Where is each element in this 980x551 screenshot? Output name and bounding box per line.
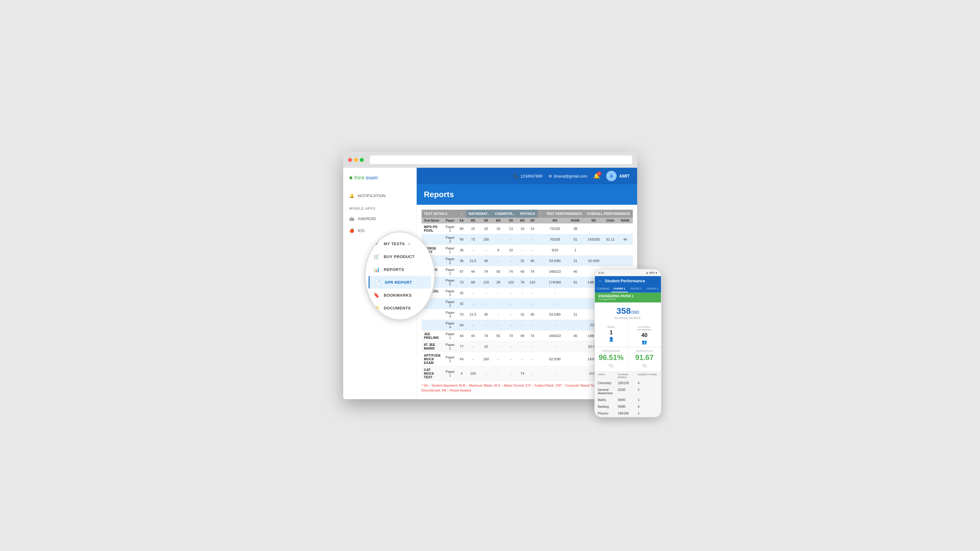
avatar: A [606,171,617,181]
op-ile-cell [603,224,618,234]
empty-cell [538,288,544,299]
zoom-item-buy-product[interactable]: 🛒 BUY PRODUCT [369,250,431,263]
table-row: MERGE TEST Paper 1 36 - - 9 10 - - 9/10 … [422,245,633,256]
sidebar-logo: think exam [343,168,416,187]
sidebar-item-notification[interactable]: 🔔 NOTIFICATION [343,190,416,202]
math-sr-cell: - [480,320,492,330]
phys-ms-cell: - [518,320,527,330]
logo-dot [349,176,352,179]
paper-cell: Paper 2 [443,256,457,266]
zoom-item-reports[interactable]: 📊 REPORTS [369,263,431,276]
tp-ms-cell: - [544,320,566,330]
tp-ms-cell: 53.5/80 [544,309,566,320]
notification-bell[interactable]: 🔔 0 [593,173,600,179]
subject-rank-cell: 2 [638,388,658,395]
empty-cell [538,330,544,341]
chem-sr-cell: - [504,288,517,299]
phone-mockup: 4:19 ▲ WiFi ● ← Student Performance COMB… [594,269,662,418]
topic-col-header: TOPIC [598,373,618,379]
phys-sr-cell: - [527,320,538,330]
page-title: Reports [424,190,630,199]
phys-ms-cell: - [518,352,527,367]
math-sr-cell: 100 [480,352,492,367]
reports-icon: 📊 [374,266,380,273]
op-ile-cell: 51.11 [603,234,618,245]
phys-ms-cell: 78 [518,277,527,288]
phone-stats-grid: RANK 1 👤 STUDENT APPEARED 40 👥 PERCENTAG… [595,323,661,372]
paper-cell: Paper 1 [443,266,457,277]
phone-tab-combine[interactable]: COMBINE [595,286,611,292]
math-sr-cell: 100 [480,234,492,245]
topic-cell: Maths [598,398,618,402]
sa-cell: 67 [457,266,466,277]
math-sr-cell: - [480,288,492,299]
topic-cell: Banking [598,405,618,408]
spr-report-icon: 📄 [374,279,381,286]
page-header: Reports [417,184,637,205]
phone-back-icon[interactable]: ← [598,279,603,283]
sa-cell: 64 [457,320,466,330]
percentile-label: PERCENTILE [631,349,658,353]
chem-sr-cell: - [504,299,517,309]
col-empty [538,218,544,224]
phys-sr-cell: 74 [527,266,538,277]
header-nav-prev[interactable]: ‹ [457,210,466,218]
phone-topics-body: Chemistry 100/130 4 General Awareness 25… [595,380,661,417]
phys-ms-cell: - [518,299,527,309]
phys-sr-cell: 40 [527,309,538,320]
percentile-icon: % [642,363,647,369]
math-sr-cell: 20 [480,341,492,352]
dot-yellow[interactable] [354,158,358,162]
phone-time: 4:19 [598,271,604,274]
zoom-item-spr-report[interactable]: 📄 SPR REPORT [369,276,431,289]
empty-cell [538,341,544,352]
buy-product-icon: 🛒 [374,253,380,260]
empty-cell [538,224,544,234]
empty-cell [538,299,544,309]
phone-status-icons: ▲ WiFi ● [646,271,657,274]
chem-sr-cell: 10 [504,245,517,256]
address-bar[interactable] [370,156,632,164]
dot-green[interactable] [360,158,364,162]
zoom-reports-label: REPORTS [384,267,404,272]
sidebar-item-android[interactable]: 🤖 ANDROID [343,213,416,225]
phone-tab-paper2[interactable]: PAPER 2 [628,286,644,292]
subject-rank-cell: 6 [638,405,658,408]
phys-ms-cell: - [518,234,527,245]
zoom-item-bookmarks[interactable]: 🔖 BOOKMARKS [369,289,431,302]
math-sr-cell: 120 [480,277,492,288]
dot-red[interactable] [348,158,352,162]
tp-ms-cell: - [544,341,566,352]
math-ms-cell: - [466,288,480,299]
col-phys-ms: MS [518,218,527,224]
math-sr-cell: - [480,367,492,381]
empty-cell [538,256,544,266]
math-ms-cell: - [466,341,480,352]
chem-ms-cell: - [492,352,504,367]
math-ms-cell: - [466,352,480,367]
tp-rank-cell [566,299,584,309]
tp-rank-cell [566,367,584,381]
col-math-ms: MS [466,218,480,224]
scored-cell: 180/186 [618,412,638,415]
test-name-cell: APTITUDE MOCK EXAM [422,352,443,367]
phone-tab-paper3[interactable]: PAPER 3 [644,286,661,292]
header-nav-next[interactable]: › [538,210,544,218]
phone-score-label: SCORED MARKS [598,316,657,319]
phone-tab-paper1[interactable]: PAPER 1 [611,286,628,292]
scored-cell: 100/130 [618,381,638,385]
math-sr-cell: 74 [480,266,492,277]
col-tp-rank: RANK [566,218,584,224]
phone-topic-row: Physics 180/186 1 [595,410,661,417]
phone-score-display: 358/360 [598,306,657,316]
notification-icon: 🔔 [349,194,354,198]
sa-cell: 42 [457,299,466,309]
op-ms-cell [584,245,603,256]
phone-status-bar: 4:19 ▲ WiFi ● [595,269,661,276]
empty-cell [538,245,544,256]
paper-cell: Paper 2 [443,299,457,309]
logo-exam: exam [366,175,378,180]
phys-sr-cell: 40 [527,256,538,266]
scored-cell: 38/40 [618,398,638,402]
phys-sr-cell: - [527,367,538,381]
